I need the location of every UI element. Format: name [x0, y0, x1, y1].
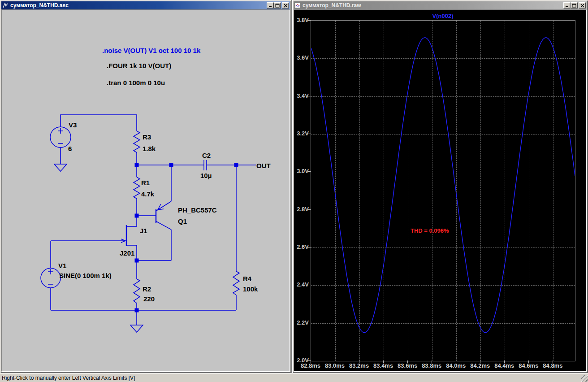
y-tick-mark [308, 20, 311, 21]
y-tick-mark [308, 323, 311, 323]
label-r2-ref[interactable]: R2 [143, 285, 151, 293]
label-q1-model[interactable]: PH_BC557C [178, 206, 217, 214]
y-axis-tick-label[interactable]: 3.8V [294, 17, 309, 23]
label-c2-ref[interactable]: C2 [202, 152, 211, 159]
minimize-icon [268, 4, 272, 8]
waveform-trace[interactable] [311, 38, 575, 333]
y-axis-tick-label[interactable]: 2.8V [294, 206, 309, 213]
x-tick-mark [407, 360, 408, 363]
y-tick-mark [308, 247, 311, 247]
x-axis-tick-label[interactable]: 83.6ms [398, 362, 417, 369]
component-r1[interactable] [134, 177, 140, 199]
y-tick-mark [308, 134, 311, 134]
y-axis-tick-label[interactable]: 2.2V [294, 319, 309, 326]
x-tick-mark [311, 360, 311, 363]
y-axis-tick-label[interactable]: 3.2V [294, 130, 309, 137]
x-tick-mark [504, 360, 505, 363]
component-labels: V3 6 R3 1.8k R1 4.7k C2 10µ OUT PH_BC557… [58, 121, 271, 303]
component-r2[interactable] [134, 279, 140, 303]
status-bar-text: Right-Click to manually enter Left Verti… [0, 375, 135, 381]
component-j1[interactable] [121, 225, 126, 246]
component-r3[interactable] [134, 131, 140, 152]
component-v1[interactable] [41, 268, 61, 288]
x-axis-tick-label[interactable]: 83.0ms [325, 362, 345, 369]
label-j1-model[interactable]: J201 [120, 249, 134, 257]
x-tick-mark [383, 360, 384, 363]
y-tick-mark [308, 171, 311, 172]
close-button[interactable] [282, 2, 289, 9]
maximize-button[interactable] [274, 2, 281, 9]
y-axis-tick-label[interactable]: 3.0V [294, 168, 309, 174]
y-axis-tick-label[interactable]: 2.6V [294, 243, 309, 250]
label-v3-ref[interactable]: V3 [69, 121, 77, 129]
directive-tran[interactable]: .tran 0 100m 0 10u [107, 79, 165, 87]
label-v3-value[interactable]: 6 [68, 145, 72, 152]
x-axis-tick-label[interactable]: 84.6ms [519, 362, 538, 369]
waveform-titlebar[interactable]: сумматор_N&THD.raw [294, 1, 587, 9]
minimize-button[interactable] [563, 2, 571, 9]
label-r3-ref[interactable]: R3 [143, 133, 151, 141]
maximize-icon [572, 4, 576, 8]
trace-name-label[interactable]: V(n002) [432, 13, 454, 19]
x-tick-mark [456, 360, 456, 363]
x-axis-tick-label[interactable]: 82.8ms [301, 362, 320, 369]
window-controls [267, 2, 289, 9]
x-axis-tick-label[interactable]: 84.2ms [470, 362, 490, 369]
waveform-plot-area[interactable]: V(n002) THD = 0.096% 3.8V3.6V3.4V3.2V3.0… [294, 10, 586, 371]
label-r1-value[interactable]: 4.7k [141, 190, 155, 198]
close-icon [580, 4, 584, 8]
x-axis-tick-label[interactable]: 83.8ms [422, 362, 441, 369]
x-axis-tick-label[interactable]: 84.8ms [543, 362, 562, 369]
y-tick-mark [308, 285, 311, 285]
close-button[interactable] [579, 2, 586, 9]
x-tick-mark [432, 360, 432, 363]
label-c2-value[interactable]: 10µ [200, 172, 212, 179]
x-axis-tick-label[interactable]: 84.4ms [494, 362, 514, 369]
label-r4-value[interactable]: 100k [243, 285, 258, 293]
trace-svg [311, 21, 575, 361]
y-axis-tick-label[interactable]: 3.6V [294, 54, 309, 61]
ground-symbol-v3[interactable] [54, 164, 67, 171]
directive-noise[interactable]: .noise V(OUT) V1 oct 100 10 1k [102, 47, 201, 54]
schematic-window-title: сумматор_N&THD.asc [10, 2, 267, 9]
waveform-window-title: сумматор_N&THD.raw [303, 2, 563, 9]
minimize-button[interactable] [267, 2, 274, 9]
x-tick-mark [480, 360, 480, 363]
x-axis-tick-label[interactable]: 84.0ms [446, 362, 466, 369]
component-c2[interactable] [204, 160, 207, 170]
label-j1-ref[interactable]: J1 [140, 227, 147, 234]
x-tick-mark [553, 360, 553, 363]
resize-grip[interactable] [581, 375, 588, 382]
x-tick-mark [528, 360, 529, 363]
schematic-window: сумматор_N&THD.asc .noise V(OUT) V1 oct … [0, 0, 291, 373]
thd-annotation: THD = 0.096% [411, 227, 449, 234]
y-tick-mark [308, 209, 311, 210]
x-axis-tick-label[interactable]: 83.2ms [349, 362, 369, 369]
waveform-window: сумматор_N&THD.raw V(n002) THD = 0.096% … [292, 0, 588, 373]
label-q1-ref[interactable]: Q1 [178, 217, 187, 225]
x-axis-tick-label[interactable]: 83.4ms [373, 362, 393, 369]
x-tick-mark [359, 360, 359, 363]
label-v1-value[interactable]: SINE(0 100m 1k) [59, 272, 112, 279]
y-axis-tick-label[interactable]: 3.4V [294, 92, 309, 99]
ground-symbol-main[interactable] [130, 325, 143, 332]
close-icon [284, 4, 288, 8]
schematic-canvas[interactable]: .noise V(OUT) V1 oct 100 10 1k .FOUR 1k … [1, 9, 290, 372]
schematic-icon [2, 2, 9, 9]
label-r1-ref[interactable]: R1 [141, 179, 150, 187]
directive-four[interactable]: .FOUR 1k 10 V(OUT) [107, 62, 171, 69]
label-r2-value[interactable]: 220 [143, 295, 155, 303]
net-label-out[interactable]: OUT [256, 162, 271, 169]
maximize-button[interactable] [571, 2, 578, 9]
y-axis-tick-label[interactable]: 2.4V [294, 281, 309, 288]
schematic-titlebar[interactable]: сумматор_N&THD.asc [1, 1, 290, 9]
label-v1-ref[interactable]: V1 [58, 262, 66, 269]
label-r4-ref[interactable]: R4 [243, 275, 252, 282]
plot-box[interactable]: THD = 0.096% [311, 20, 575, 361]
label-r3-value[interactable]: 1.8k [143, 145, 156, 152]
y-tick-mark [308, 96, 311, 96]
component-r4[interactable] [233, 271, 239, 295]
spice-directives[interactable]: .noise V(OUT) V1 oct 100 10 1k .FOUR 1k … [102, 47, 201, 87]
x-tick-mark [335, 360, 335, 363]
component-q1[interactable] [156, 201, 171, 230]
